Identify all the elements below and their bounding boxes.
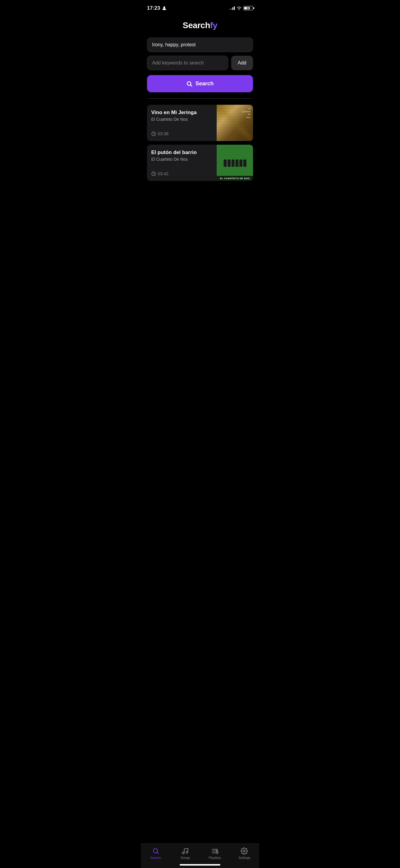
song-info-1: Vino en Mi Jeringa El Cuarteto De Nos 03… xyxy=(147,105,217,141)
status-bar: 17:23 62 xyxy=(141,0,259,14)
song-info-2: El putón del barrio El Cuarteto De Nos 0… xyxy=(147,145,217,181)
person-icon xyxy=(162,6,167,10)
search-button[interactable]: Search xyxy=(147,75,253,92)
search-container: Irony, happy, protest Add Search xyxy=(141,37,259,92)
app-title: Searchfy xyxy=(141,21,259,30)
battery-icon: 62 xyxy=(243,6,253,10)
time-display: 17:23 xyxy=(147,5,160,11)
clock-icon-1 xyxy=(151,131,156,136)
svg-line-2 xyxy=(190,85,192,86)
app-title-white: Search xyxy=(183,21,210,30)
app-title-purple: fy xyxy=(210,21,217,30)
song-title-2: El putón del barrio xyxy=(151,150,212,156)
keyword-input-row: Add xyxy=(147,56,253,70)
album-art-1: ElCuartetodeNos xyxy=(217,105,253,141)
song-card-1[interactable]: Vino en Mi Jeringa El Cuarteto De Nos 03… xyxy=(147,105,253,141)
song-duration-1: 03:36 xyxy=(151,131,212,136)
keyword-input[interactable] xyxy=(147,56,228,70)
album-art-2: EL CUARTETO DE NOS xyxy=(217,145,253,181)
song-duration-2: 03:42 xyxy=(151,171,212,176)
wifi-icon xyxy=(237,6,241,10)
song-artist-1: El Cuarteto De Nos xyxy=(151,117,212,122)
signal-icon xyxy=(229,6,235,10)
status-right-icons: 62 xyxy=(229,6,253,10)
song-card-2[interactable]: El putón del barrio El Cuarteto De Nos 0… xyxy=(147,145,253,181)
song-artist-2: El Cuarteto De Nos xyxy=(151,157,212,162)
results-container: Vino en Mi Jeringa El Cuarteto De Nos 03… xyxy=(141,105,259,181)
clock-icon-2 xyxy=(151,171,156,176)
svg-point-0 xyxy=(163,6,165,8)
main-content: Searchfy Irony, happy, protest Add Searc… xyxy=(141,21,259,221)
status-time: 17:23 xyxy=(147,5,167,11)
divider xyxy=(147,98,253,99)
search-button-icon xyxy=(187,81,193,87)
song-title-1: Vino en Mi Jeringa xyxy=(151,110,212,116)
add-button[interactable]: Add xyxy=(231,56,253,70)
keywords-display: Irony, happy, protest xyxy=(147,37,253,52)
search-button-label: Search xyxy=(196,81,213,87)
